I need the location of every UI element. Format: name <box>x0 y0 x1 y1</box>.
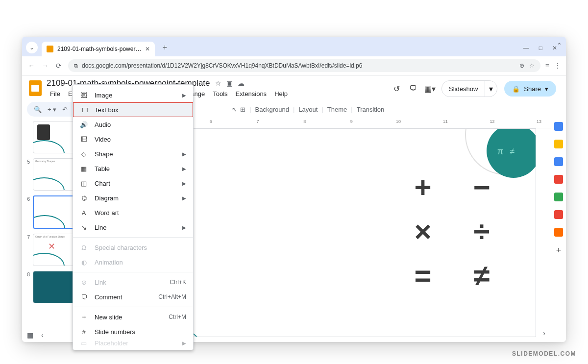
submenu-arrow-icon: ▶ <box>182 225 186 230</box>
menu-shortcut: Ctrl+M <box>169 314 186 320</box>
menu-divider <box>73 272 193 272</box>
slideshow-button[interactable]: Slideshow ▾ <box>441 80 497 97</box>
window-maximize-button[interactable]: □ <box>539 45 542 51</box>
math-symbol[interactable]: ≠ <box>474 261 490 291</box>
transition-button[interactable]: Transition <box>357 106 385 113</box>
comment-icon: 🗨 <box>80 293 88 301</box>
menu-help[interactable]: Help <box>271 89 291 98</box>
back-button[interactable]: ← <box>27 62 36 70</box>
menu-extensions[interactable]: Extensions <box>232 89 270 98</box>
browser-tab[interactable]: 2109-01-math-symbols-power… ✕ <box>42 42 155 56</box>
site-info-icon[interactable]: ⧉ <box>74 63 78 69</box>
menu-item-placeholder: ▭Placeholder▶ <box>73 339 193 347</box>
forward-button[interactable]: → <box>41 62 49 70</box>
menu-item-label: New slide <box>95 314 122 321</box>
search-menus-icon[interactable]: 🔍 <box>34 106 42 113</box>
menu-item-special-characters: ΩSpecial characters <box>73 240 193 255</box>
new-tab-button[interactable]: + <box>159 42 171 53</box>
submenu-arrow-icon: ▶ <box>182 151 186 157</box>
cloud-status-icon[interactable]: ☁ <box>238 79 245 87</box>
menu-item-video[interactable]: 🎞Video <box>73 132 193 146</box>
menu-item-slide-numbers[interactable]: #Slide numbers <box>73 324 193 339</box>
insert-menu-dropdown[interactable]: ☝ 🖼Image▶⊤TText box🔊Audio🎞Video◇Shape▶▦T… <box>73 84 194 350</box>
new-slide-icon[interactable]: + ▾ <box>48 106 56 113</box>
bookmark-icon[interactable]: ☆ <box>529 62 535 69</box>
menu-item-audio[interactable]: 🔊Audio <box>73 117 193 132</box>
collapse-toolbar-icon[interactable]: ⌃ <box>557 42 562 49</box>
menu-shortcut: Ctrl+K <box>170 279 186 286</box>
tab-close-icon[interactable]: ✕ <box>145 46 150 52</box>
cursor-tool-icon[interactable]: ↖ <box>232 106 237 113</box>
translate-icon[interactable]: ⊕ <box>519 62 524 69</box>
menu-divider <box>73 237 193 238</box>
math-symbol[interactable]: = <box>414 261 431 291</box>
comments-icon[interactable]: 🗨 <box>408 84 418 94</box>
move-icon[interactable]: ▣ <box>226 79 233 87</box>
line-icon: ↘ <box>80 224 88 231</box>
sidepanel-app-icon[interactable] <box>554 210 563 219</box>
menu-item-label: Line <box>95 224 107 231</box>
menu-tools[interactable]: Tools <box>209 89 231 98</box>
menu-item-chart[interactable]: ◫Chart▶ <box>73 176 193 191</box>
menu-item-animation: ◐Animation <box>73 255 193 269</box>
slideshow-dropdown[interactable]: ▾ <box>485 81 497 97</box>
undo-icon[interactable]: ↶ <box>62 106 68 113</box>
menu-item-diagram[interactable]: ⌬Diagram▶ <box>73 191 193 205</box>
menu-item-text-box[interactable]: ⊤TText box <box>73 102 193 117</box>
star-icon[interactable]: ☆ <box>215 79 221 87</box>
grid-view-icon[interactable]: ▦ <box>27 331 33 339</box>
menu-shortcut: Ctrl+Alt+M <box>158 293 186 300</box>
sidepanel-app-icon[interactable] <box>554 157 563 166</box>
window-minimize-button[interactable]: — <box>523 45 529 51</box>
menu-item-label: Diagram <box>95 194 119 202</box>
menu-item-label: Shape <box>95 150 113 158</box>
sidepanel-app-icon[interactable] <box>554 140 563 148</box>
chrome-menu-icon[interactable]: ⋮ <box>554 62 561 70</box>
next-slide-icon[interactable]: › <box>543 329 545 337</box>
menu-item-word-art[interactable]: AWord art <box>73 205 193 220</box>
menu-item-image[interactable]: 🖼Image▶ <box>73 88 193 102</box>
side-panel: + <box>551 119 566 342</box>
tab-search-button[interactable]: ⌄ <box>26 42 38 53</box>
menu-divider <box>73 307 193 307</box>
math-symbol[interactable]: + <box>414 173 431 202</box>
share-button[interactable]: 🔒 Share ▾ <box>504 81 556 97</box>
prev-slide-icon[interactable]: ‹ <box>41 331 44 339</box>
slides-logo-icon[interactable] <box>29 80 42 96</box>
background-button[interactable]: Background <box>255 106 289 113</box>
share-dropdown-icon[interactable]: ▾ <box>545 85 548 93</box>
sidepanel-app-icon[interactable] <box>554 122 563 131</box>
menu-item-table[interactable]: ▦Table▶ <box>73 161 193 176</box>
math-symbols-grid: +−×÷=≠ <box>398 168 506 295</box>
chrome-toolbar: ← → ⟳ ⧉ docs.google.com/presentation/d/1… <box>22 56 566 75</box>
menu-file[interactable]: File <box>47 89 64 98</box>
math-symbol[interactable]: ÷ <box>474 217 490 246</box>
sidepanel-app-icon[interactable] <box>554 175 563 184</box>
menu-item-new-slide[interactable]: ＋New slideCtrl+M <box>73 310 193 324</box>
diagram-icon: ⌬ <box>80 194 88 202</box>
submenu-arrow-icon: ▶ <box>182 195 186 201</box>
shape-icon: ◇ <box>80 150 88 158</box>
textbox-tool-icon[interactable]: ⊞ <box>240 106 245 113</box>
address-bar[interactable]: ⧉ docs.google.com/presentation/d/1D12V2W… <box>68 59 540 72</box>
sidepanel-app-icon[interactable] <box>554 228 563 237</box>
sidepanel-app-icon[interactable] <box>554 193 563 201</box>
sidepanel-app-icon[interactable]: + <box>556 245 562 256</box>
animation-icon: ◐ <box>80 259 88 266</box>
menu-item-shape[interactable]: ◇Shape▶ <box>73 146 193 161</box>
menu-item-comment[interactable]: 🗨CommentCtrl+Alt+M <box>73 290 193 304</box>
layout-button[interactable]: Layout <box>298 106 318 113</box>
reload-button[interactable]: ⟳ <box>54 62 63 70</box>
menu-item-line[interactable]: ↘Line▶ <box>73 220 193 235</box>
link-icon: ⊘ <box>80 279 88 286</box>
math-symbol[interactable]: − <box>473 173 490 202</box>
placeholder-icon: ▭ <box>80 340 88 347</box>
theme-button[interactable]: Theme <box>327 106 347 113</box>
math-symbol[interactable]: × <box>414 217 431 246</box>
meet-icon[interactable]: ▦▾ <box>425 84 435 94</box>
menu-item-label: Special characters <box>95 244 147 251</box>
audio-icon: 🔊 <box>80 121 88 128</box>
extensions-icon[interactable]: ≡ <box>545 62 549 70</box>
tab-title: 2109-01-math-symbols-power… <box>57 46 141 52</box>
history-icon[interactable]: ↺ <box>392 84 401 94</box>
